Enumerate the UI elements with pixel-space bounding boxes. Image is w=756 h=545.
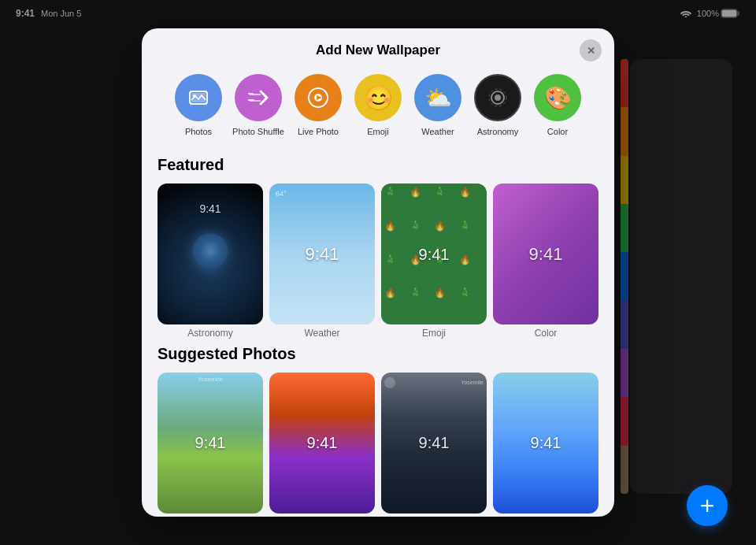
- astronomy-thumb-time: 9:41: [199, 202, 220, 215]
- add-wallpaper-modal: Add New Wallpaper ✕ Photos: [142, 28, 614, 517]
- astronomy-icon: [474, 74, 521, 121]
- wallpaper-type-color[interactable]: 🎨 Color: [531, 74, 584, 137]
- featured-item-emoji[interactable]: 🎄🔥🎄🔥 🔥🎄🔥🎄 🎄🔥🎄🔥 🔥🎄🔥🎄 9:41 Emoji: [381, 184, 487, 339]
- photo2-thumb[interactable]: 9:41: [269, 373, 375, 513]
- photos-label: Photos: [185, 126, 212, 137]
- weather-thumb-bg: 64° 9:41: [269, 184, 375, 324]
- svg-point-11: [495, 95, 501, 101]
- suggested-photos-title: Suggested Photos: [158, 345, 598, 363]
- weather-thumb-time: 9:41: [306, 244, 339, 265]
- emoji-thumb-label: Emoji: [381, 328, 487, 339]
- photo2-bg: 9:41: [269, 373, 375, 513]
- photo1-small-info: Yosemite: [158, 376, 263, 383]
- photo1-bg: Yosemite 9:41: [158, 373, 263, 513]
- photo2-time: 9:41: [307, 434, 338, 452]
- photo4-thumb[interactable]: 9:41: [493, 373, 598, 513]
- add-button[interactable]: +: [687, 485, 728, 526]
- color-thumb-label: Color: [493, 328, 598, 339]
- close-button[interactable]: ✕: [580, 39, 602, 61]
- suggested-item-2[interactable]: 9:41: [269, 373, 375, 513]
- modal-title: Add New Wallpaper: [316, 43, 440, 58]
- suggested-photos-grid: Yosemite 9:41 9:41: [158, 373, 598, 513]
- weather-thumb-label: Weather: [269, 328, 375, 339]
- photo3-thumb[interactable]: Yosemite 9:41: [381, 373, 487, 513]
- emoji-label: Emoji: [367, 126, 389, 137]
- featured-grid: 9:41 Astronomy 64° 9:41 Weather: [158, 184, 598, 339]
- photo4-bg: 9:41: [493, 373, 598, 513]
- wallpaper-type-photos[interactable]: Photos: [172, 74, 225, 137]
- color-thumb-time: 9:41: [529, 244, 563, 265]
- color-icon: 🎨: [534, 74, 581, 121]
- weather-label: Weather: [421, 126, 454, 137]
- suggested-item-4[interactable]: 9:41: [493, 373, 598, 513]
- svg-point-5: [193, 95, 196, 98]
- astronomy-thumb-bg: 9:41: [158, 184, 263, 324]
- suggested-item-1[interactable]: Yosemite 9:41: [158, 373, 263, 513]
- photo-shuffle-label: Photo Shuffle: [232, 126, 284, 137]
- photo3-time: 9:41: [419, 434, 450, 452]
- color-thumb[interactable]: 9:41: [493, 184, 598, 324]
- emoji-thumb-bg: 🎄🔥🎄🔥 🔥🎄🔥🎄 🎄🔥🎄🔥 🔥🎄🔥🎄 9:41: [381, 184, 487, 324]
- weather-thumb-temp: 64°: [276, 190, 287, 198]
- photo1-thumb[interactable]: Yosemite 9:41: [158, 373, 263, 513]
- photos-icon: [175, 74, 222, 121]
- photo-shuffle-icon: [235, 74, 282, 121]
- emoji-icon: 😊: [354, 74, 402, 121]
- featured-item-color[interactable]: 9:41 Color: [493, 184, 598, 339]
- color-thumb-bg: 9:41: [493, 184, 598, 324]
- modal-scrollable-content[interactable]: Featured 9:41 Astronomy: [142, 150, 614, 517]
- astronomy-thumb-label: Astronomy: [158, 328, 263, 339]
- modal-overlay: Add New Wallpaper ✕ Photos: [0, 0, 756, 545]
- weather-thumb[interactable]: 64° 9:41: [269, 184, 375, 324]
- astronomy-label: Astronomy: [477, 126, 519, 137]
- wallpaper-type-weather[interactable]: ⛅ Weather: [411, 74, 465, 137]
- modal-header: Add New Wallpaper ✕: [142, 28, 614, 66]
- astronomy-thumb[interactable]: 9:41: [158, 184, 263, 324]
- wallpaper-type-astronomy[interactable]: Astronomy: [471, 74, 524, 137]
- photo3-ui: Yosemite: [384, 377, 484, 388]
- wallpaper-type-emoji[interactable]: 😊 Emoji: [351, 74, 405, 137]
- suggested-item-3[interactable]: Yosemite 9:41: [381, 373, 487, 513]
- emoji-thumb-time: 9:41: [419, 245, 450, 263]
- live-photo-icon: [295, 74, 342, 121]
- photo4-time: 9:41: [531, 434, 561, 452]
- featured-section-title: Featured: [158, 156, 598, 174]
- wallpaper-type-live-photo[interactable]: Live Photo: [291, 74, 345, 137]
- weather-icon: ⛅: [414, 74, 461, 121]
- featured-item-weather[interactable]: 64° 9:41 Weather: [269, 184, 375, 339]
- photo1-time: 9:41: [195, 434, 226, 452]
- photo3-bg: Yosemite 9:41: [381, 373, 487, 513]
- wallpaper-type-list: Photos Photo Shuffle: [142, 66, 614, 150]
- wallpaper-type-photo-shuffle[interactable]: Photo Shuffle: [232, 74, 285, 137]
- emoji-thumb[interactable]: 🎄🔥🎄🔥 🔥🎄🔥🎄 🎄🔥🎄🔥 🔥🎄🔥🎄 9:41: [381, 184, 487, 324]
- color-label: Color: [547, 126, 568, 137]
- featured-item-astronomy[interactable]: 9:41 Astronomy: [158, 184, 263, 339]
- live-photo-label: Live Photo: [298, 126, 339, 137]
